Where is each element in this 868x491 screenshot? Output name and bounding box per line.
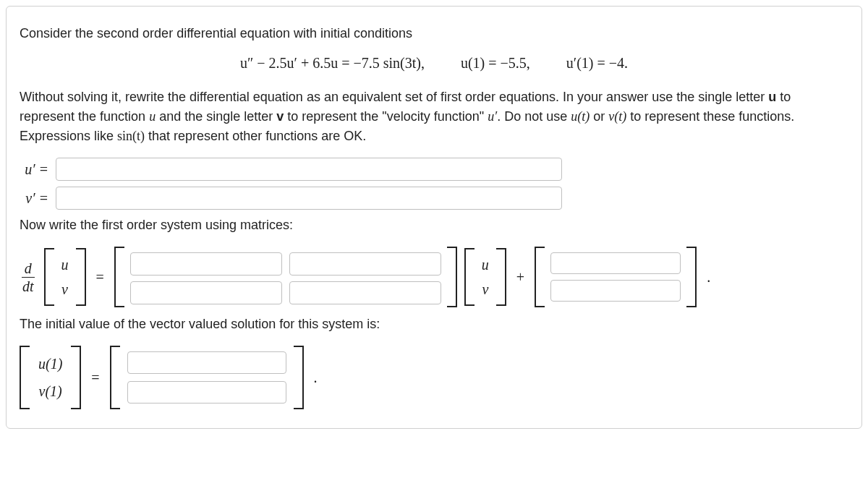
plus: + [514, 269, 527, 286]
matrix-a21[interactable] [130, 281, 282, 304]
uprime-label: u′ = [20, 161, 48, 178]
matrix-equation: d dt u v = u v [20, 247, 848, 307]
uv-vector-left: u v [44, 248, 86, 306]
uprime-input[interactable] [56, 158, 562, 181]
math-sint: sin(t) [117, 129, 145, 143]
matrix-a12[interactable] [289, 252, 441, 276]
matrix-intro: Now write the first order system using m… [20, 215, 848, 235]
forcing-vector [535, 247, 697, 307]
iv-2[interactable] [127, 381, 286, 404]
period-2: . [311, 370, 318, 386]
forcing-1[interactable] [550, 252, 681, 274]
ic2: u′(1) = −4. [566, 55, 628, 71]
period-1: . [704, 269, 710, 286]
instructions: Without solving it, rewrite the differen… [20, 87, 848, 146]
ddt: d dt [20, 261, 37, 294]
math-ut: u(t) [571, 109, 590, 124]
intro-text: Consider the second order differential e… [20, 24, 848, 43]
vprime-input[interactable] [56, 187, 562, 210]
math-u: u [149, 109, 156, 124]
bold-u: u [768, 90, 776, 104]
equation-line: u″ − 2.5u′ + 6.5u = −7.5 sin(3t), u(1) =… [20, 55, 848, 72]
math-uprime: u′ [488, 109, 497, 124]
vprime-label: v′ = [20, 190, 48, 207]
bold-v: v [276, 109, 284, 124]
equals-2: = [88, 370, 102, 386]
iv-equation: u(1) v(1) = . [20, 346, 848, 409]
iv-vector-labels: u(1) v(1) [20, 346, 81, 409]
matrix-a22[interactable] [289, 281, 441, 304]
iv-vector-inputs [110, 346, 304, 409]
uv-vector-right: u v [464, 248, 506, 306]
ic1: u(1) = −5.5, [461, 55, 530, 71]
uprime-row: u′ = [20, 158, 848, 181]
math-vt: v(t) [608, 109, 626, 124]
equals-1: = [93, 269, 107, 286]
ode: u″ − 2.5u′ + 6.5u = −7.5 sin(3t), [240, 55, 425, 71]
matrix-A [114, 247, 457, 307]
forcing-2[interactable] [550, 280, 681, 302]
iv-1[interactable] [127, 351, 286, 374]
question-panel: Consider the second order differential e… [6, 6, 862, 429]
iv-intro: The initial value of the vector valued s… [20, 315, 848, 334]
vprime-row: v′ = [20, 187, 848, 210]
matrix-a11[interactable] [130, 252, 282, 276]
